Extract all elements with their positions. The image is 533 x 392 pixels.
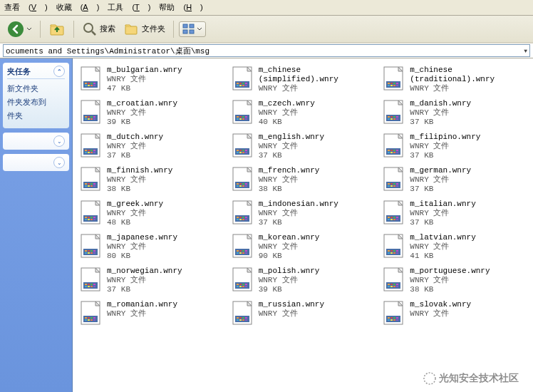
- svg-rect-45: [85, 118, 87, 120]
- file-item[interactable]: m_german.wnry WNRY 文件 37 KB: [381, 165, 527, 195]
- file-size: 41 KB: [410, 252, 475, 261]
- file-icon: [383, 267, 405, 292]
- svg-rect-106: [88, 185, 90, 187]
- file-item[interactable]: m_chinese (traditional).wnry WNRY 文件: [381, 64, 527, 95]
- file-item[interactable]: m_greek.wnry WNRY 文件 48 KB: [78, 198, 224, 229]
- file-item[interactable]: m_polish.wnry WNRY 文件 39 KB: [230, 265, 376, 296]
- file-info: m_danish.wnry WNRY 文件 37 KB: [410, 99, 471, 127]
- file-type: WNRY 文件: [410, 242, 475, 252]
- expand-icon[interactable]: ⌄: [53, 157, 65, 168]
- svg-rect-53: [242, 116, 244, 118]
- svg-rect-64: [396, 116, 398, 118]
- svg-rect-28: [245, 85, 247, 86]
- file-item[interactable]: m_croatian.wnry WNRY 文件 39 KB: [78, 98, 224, 128]
- file-item[interactable]: m_dutch.wnry WNRY 文件 37 KB: [78, 131, 224, 162]
- svg-rect-178: [245, 252, 247, 254]
- svg-rect-95: [388, 152, 390, 153]
- file-item[interactable]: m_slovak.wnry WNRY 文件: [381, 299, 527, 327]
- back-icon: [7, 21, 24, 38]
- task-share[interactable]: 件夹: [7, 109, 65, 123]
- content-area: m_bulgarian.wnry WNRY 文件 47 KB m_chinese…: [73, 58, 533, 392]
- svg-rect-101: [85, 183, 87, 185]
- folders-button[interactable]: 文件夹: [121, 20, 168, 38]
- file-item[interactable]: m_latvian.wnry WNRY 文件 41 KB: [381, 232, 527, 262]
- svg-rect-210: [386, 282, 400, 289]
- svg-rect-56: [239, 118, 242, 120]
- svg-rect-196: [88, 286, 90, 287]
- file-info: m_chinese (traditional).wnry WNRY 文件: [410, 66, 526, 93]
- file-item[interactable]: m_finnish.wnry WNRY 文件 38 KB: [78, 165, 224, 195]
- svg-rect-34: [396, 83, 398, 84]
- svg-rect-223: [90, 317, 93, 319]
- menu-tools[interactable]: 工具(T): [108, 2, 150, 13]
- search-label: 搜索: [100, 24, 115, 34]
- file-item[interactable]: m_czech.wnry WNRY 文件 40 KB: [230, 98, 376, 128]
- expand-icon[interactable]: ⌄: [53, 135, 65, 147]
- file-item[interactable]: m_indonesian.wnry WNRY 文件 37 KB: [230, 198, 376, 229]
- task-publish[interactable]: 件夹发布到: [7, 96, 65, 109]
- svg-rect-207: [242, 286, 244, 287]
- file-icon: [383, 133, 405, 158]
- menu-view[interactable]: 查看(V): [4, 2, 48, 13]
- svg-rect-104: [93, 183, 95, 185]
- svg-point-0: [8, 21, 24, 37]
- svg-rect-238: [245, 319, 247, 321]
- svg-rect-191: [85, 284, 87, 285]
- file-type: WNRY 文件: [259, 209, 338, 218]
- file-type: WNRY 文件: [107, 108, 177, 118]
- file-item[interactable]: m_filipino.wnry WNRY 文件 37 KB: [381, 131, 527, 162]
- chevron-down-icon[interactable]: ▼: [524, 48, 527, 54]
- file-info: m_slovak.wnry WNRY 文件: [410, 300, 471, 319]
- svg-rect-127: [393, 185, 395, 187]
- svg-rect-117: [242, 185, 244, 187]
- svg-rect-157: [393, 219, 395, 220]
- file-item[interactable]: m_japanese.wnry WNRY 文件 80 KB: [78, 232, 224, 262]
- svg-rect-72: [88, 150, 90, 151]
- file-item[interactable]: m_romanian.wnry WNRY 文件: [78, 299, 224, 327]
- file-item[interactable]: m_russian.wnry WNRY 文件: [230, 299, 376, 327]
- svg-rect-235: [237, 319, 239, 321]
- file-type: WNRY 文件: [107, 276, 182, 285]
- search-button[interactable]: 搜索: [79, 20, 118, 38]
- file-item[interactable]: m_english.wnry WNRY 文件 37 KB: [230, 131, 376, 162]
- menu-help[interactable]: 帮助(H): [159, 2, 202, 13]
- svg-rect-18: [93, 85, 95, 86]
- svg-rect-161: [85, 250, 87, 252]
- svg-rect-136: [88, 219, 90, 220]
- up-button[interactable]: [46, 19, 68, 39]
- collapse-icon[interactable]: ⌃: [53, 66, 65, 77]
- search-icon: [82, 21, 98, 37]
- menu-favorites[interactable]: 收藏(A): [56, 2, 100, 13]
- back-button[interactable]: [4, 19, 35, 39]
- svg-rect-200: [235, 282, 249, 289]
- file-size: 37 KB: [259, 218, 338, 227]
- views-button[interactable]: [179, 21, 206, 37]
- svg-rect-46: [88, 118, 90, 120]
- tasks-header[interactable]: 夹任务 ⌃: [7, 66, 65, 79]
- file-item[interactable]: m_portuguese.wnry WNRY 文件 38 KB: [381, 265, 527, 296]
- svg-rect-144: [245, 217, 247, 218]
- file-item[interactable]: m_norwegian.wnry WNRY 文件 37 KB: [78, 265, 224, 296]
- svg-rect-47: [90, 118, 93, 120]
- task-new-folder[interactable]: 新文件夹: [7, 82, 65, 96]
- file-item[interactable]: m_chinese (simplified).wnry WNRY 文件: [230, 64, 376, 95]
- file-item[interactable]: m_french.wnry WNRY 文件 38 KB: [230, 165, 376, 195]
- file-item[interactable]: m_korean.wnry WNRY 文件 90 KB: [230, 232, 376, 262]
- address-input[interactable]: ocuments and Settings\Administrator\桌面\m…: [3, 44, 530, 57]
- svg-rect-163: [90, 250, 93, 252]
- file-info: m_japanese.wnry WNRY 文件 80 KB: [107, 233, 177, 261]
- panel-collapsed-1[interactable]: ⌄: [3, 133, 69, 150]
- file-icon: [80, 300, 103, 326]
- panel-collapsed-2[interactable]: ⌄: [3, 154, 69, 171]
- tasks-panel: 夹任务 ⌃ 新文件夹 件夹发布到 件夹: [3, 63, 69, 128]
- file-item[interactable]: m_bulgarian.wnry WNRY 文件 47 KB: [78, 64, 224, 95]
- svg-rect-228: [93, 319, 95, 321]
- svg-rect-16: [88, 85, 90, 86]
- file-name: m_chinese (simplified).wnry: [259, 66, 375, 84]
- file-type: WNRY 文件: [259, 108, 315, 118]
- svg-rect-224: [93, 317, 95, 319]
- svg-rect-90: [386, 148, 400, 155]
- file-item[interactable]: m_italian.wnry WNRY 文件 37 KB: [381, 198, 527, 229]
- svg-rect-21: [237, 83, 239, 84]
- file-item[interactable]: m_danish.wnry WNRY 文件 37 KB: [381, 98, 527, 128]
